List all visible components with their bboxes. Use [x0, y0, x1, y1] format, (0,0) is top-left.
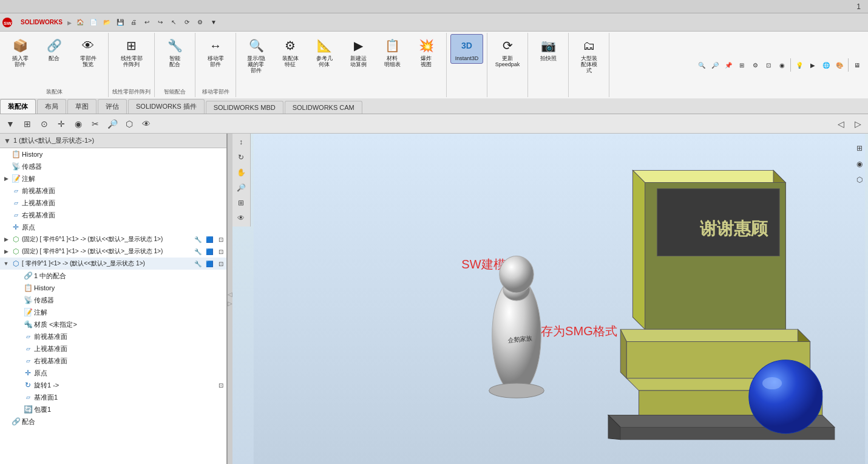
vp-fit-icon[interactable]: ⊞	[234, 196, 248, 210]
toolbar-icon-eye[interactable]: 👁	[138, 116, 154, 132]
tree-item-right-plane1[interactable]: ▱ 右视基准面	[0, 209, 226, 221]
part8-action1-icon[interactable]: 🔧	[192, 246, 203, 257]
monitor-icon[interactable]: 🖥	[851, 59, 863, 71]
tree-item-front-plane1[interactable]: ▱ 前视基准面	[0, 185, 226, 197]
expand-right-icon[interactable]: ▷	[228, 300, 232, 307]
undo-btn[interactable]: ↩	[141, 16, 153, 29]
tree-item-wrap1[interactable]: 🔄 包覆1	[0, 403, 226, 415]
part8-action2-icon[interactable]: 🟦	[204, 246, 215, 257]
tab-solidworks-mbd[interactable]: SOLIDWORKS MBD	[206, 101, 283, 114]
save-btn[interactable]: 💾	[114, 16, 126, 29]
select-btn[interactable]: ↖	[168, 16, 180, 29]
tree-item-mates-in-1[interactable]: 🔗 1 中的配合	[0, 270, 226, 282]
move-part-btn[interactable]: ↔ 移动零部件	[199, 34, 232, 70]
snapshot-btn[interactable]: 📷 拍快照	[532, 34, 565, 64]
smart-mate-btn[interactable]: 🔧 智能配合	[158, 34, 191, 70]
tree-item-sensor2[interactable]: 📡 传感器	[0, 294, 226, 306]
home-btn[interactable]: 🏠	[74, 16, 86, 29]
feature-tree[interactable]: 📋 History 📡 传感器 ▶ 📝 注解 ▱ 前视基准面	[0, 148, 226, 464]
vp-pan-icon[interactable]: ✋	[234, 165, 248, 180]
chevron-right-icon[interactable]: ▶	[807, 59, 819, 71]
part-preview-btn[interactable]: 👁 零部件预览	[72, 34, 104, 70]
part6-action3-icon[interactable]: ⊡	[215, 234, 226, 245]
revolve-expand-icon[interactable]: ⊡	[215, 380, 226, 391]
chevron-down-icon[interactable]: ▼	[208, 16, 220, 29]
search-icon[interactable]: 🔍	[696, 59, 708, 71]
tree-item-part9[interactable]: ▼ ⬡ [ 零件9^1 ]<1> -> (默认<<默认>_显示状态 1>) 🔧 …	[0, 258, 226, 270]
new-motion-btn[interactable]: ▶ 新建运动算例	[342, 34, 375, 70]
tree-item-origin2[interactable]: ✛ 原点	[0, 367, 226, 379]
material-bom-btn[interactable]: 📋 材料明细表	[376, 34, 409, 70]
speedpak-btn[interactable]: ⟳ 更新Speedpak	[491, 34, 524, 70]
toolbar-icon-grid[interactable]: ⊞	[19, 116, 35, 132]
tree-item-notes2[interactable]: 📝 注解	[0, 306, 226, 318]
tree-item-mates-bottom[interactable]: 🔗 配合	[0, 415, 226, 428]
nav-prev-icon[interactable]: ◁	[833, 116, 849, 132]
expand-part8[interactable]: ▶	[2, 248, 10, 254]
tab-solidworks-plugin[interactable]: SOLIDWORKS 插件	[128, 99, 205, 114]
vp-right-2-icon[interactable]: ◉	[852, 157, 867, 171]
vp-right-1-icon[interactable]: ⊞	[852, 141, 867, 155]
vp-right-3-icon[interactable]: ⬡	[852, 172, 867, 187]
tree-item-top-plane1[interactable]: ▱ 上视基准面	[0, 197, 226, 209]
expand-notes1[interactable]: ▶	[2, 176, 10, 182]
print-btn[interactable]: 🖨	[127, 16, 140, 29]
tree-item-sensor1[interactable]: 📡 传感器	[0, 160, 226, 172]
open-btn[interactable]: 📂	[101, 16, 113, 29]
tree-item-refplane1[interactable]: ▱ 基准面1	[0, 391, 226, 403]
3d-viewport[interactable]: ↕ ↻ ✋ 🔎 ⊞ 👁	[232, 134, 868, 464]
part6-action2-icon[interactable]: 🟦	[204, 234, 215, 245]
tab-assembly[interactable]: 装配体	[0, 99, 36, 114]
tree-item-part8[interactable]: ▶ ⬡ (固定) [ 零件8^1 ]<1> -> (默认<<默认>_显示状态 1…	[0, 245, 226, 258]
settings-icon[interactable]: ⚙	[749, 59, 761, 71]
tab-evaluate[interactable]: 评估	[98, 99, 127, 114]
tab-solidworks-cam[interactable]: SOLIDWORKS CAM	[285, 101, 362, 114]
nav-next-icon[interactable]: ▷	[850, 116, 866, 132]
vp-expand-icon[interactable]: ↕	[234, 135, 248, 149]
toolbar-icon-cut[interactable]: ✂	[87, 116, 103, 132]
part9-action3-icon[interactable]: ⊡	[215, 258, 226, 269]
tree-item-origin1[interactable]: ✛ 原点	[0, 221, 226, 233]
part8-action3-icon[interactable]: ⊡	[215, 246, 226, 257]
linear-array-btn[interactable]: ⊞ 线性零部件阵列	[115, 34, 148, 70]
part9-action2-icon[interactable]: 🟦	[204, 258, 215, 269]
tree-item-material[interactable]: 🔩 材质 <未指定>	[0, 318, 226, 330]
tree-item-history2[interactable]: 📋 History	[0, 282, 226, 294]
tree-item-history1[interactable]: 📋 History	[0, 148, 226, 160]
toolbar-icon-zoom[interactable]: 🔎	[104, 116, 120, 132]
tree-item-right-plane2[interactable]: ▱ 右视基准面	[0, 355, 226, 367]
vp-view-icon[interactable]: 👁	[234, 211, 248, 225]
tree-item-front-plane2[interactable]: ▱ 前视基准面	[0, 330, 226, 343]
toolbar-icon-cross[interactable]: ✛	[53, 116, 69, 132]
filter-icon[interactable]: ⊡	[762, 59, 775, 71]
vp-zoom-icon[interactable]: 🔎	[234, 180, 248, 195]
tree-item-part6[interactable]: ▶ ⬡ (固定) [ 零件6^1 ]<1> -> (默认<<默认>_显示状态 1…	[0, 233, 226, 245]
expand-part9[interactable]: ▼	[2, 261, 10, 267]
toolbar-icon-circle[interactable]: ◉	[70, 116, 86, 132]
expand-part6[interactable]: ▶	[2, 236, 10, 242]
show-hide-btn[interactable]: 🔍 显示/隐藏的零部件	[240, 34, 273, 76]
rebuild-btn[interactable]: ⟳	[181, 16, 193, 29]
mate-btn[interactable]: 🔗 配合	[38, 34, 70, 64]
pin-icon[interactable]: 📌	[722, 59, 734, 71]
tree-item-top-plane2[interactable]: ▱ 上视基准面	[0, 343, 226, 355]
insert-part-btn[interactable]: 📦 插入零部件	[4, 34, 36, 70]
options-btn[interactable]: ⚙	[194, 16, 206, 29]
tab-sketch[interactable]: 草图	[67, 99, 97, 114]
globe-icon[interactable]: 🌐	[820, 59, 832, 71]
toolbar-icon-filter[interactable]: ▼	[2, 116, 18, 132]
new-btn[interactable]: 📄	[87, 16, 100, 29]
panel-splitter[interactable]: ◁ ▷	[228, 134, 232, 464]
collapse-left-icon[interactable]: ◁	[228, 291, 232, 298]
light-icon[interactable]: 💡	[793, 59, 805, 71]
ref-geo-btn[interactable]: 📐 参考几何体	[308, 34, 341, 70]
large-assem-btn[interactable]: 🗂 大型装配体模式	[572, 34, 605, 76]
part6-action1-icon[interactable]: 🔧	[192, 234, 203, 245]
search2-icon[interactable]: 🔎	[709, 59, 721, 71]
color-icon[interactable]: 🎨	[833, 59, 846, 71]
tree-item-revolve1[interactable]: ↻ 旋转1 -> ⊡	[0, 379, 226, 391]
grid-icon[interactable]: ⊞	[736, 59, 748, 71]
tree-item-notes1[interactable]: ▶ 📝 注解	[0, 172, 226, 185]
tab-layout[interactable]: 布局	[37, 99, 66, 114]
explode-view-btn[interactable]: 💥 爆炸视图	[410, 34, 442, 70]
